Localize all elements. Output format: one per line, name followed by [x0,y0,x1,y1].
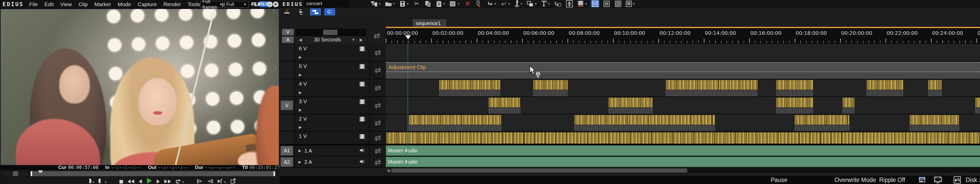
sync-lock-column[interactable]: ⇄ [370,157,386,167]
sync-lock-column[interactable]: ⇄ [370,146,386,156]
track-header-a1[interactable]: A1▶1 A⇄ [280,146,386,157]
new-sequence-button[interactable]: ▼ [370,0,381,7]
speaker-icon[interactable] [359,148,365,154]
patch-button-v[interactable]: V [280,101,293,110]
add-to-timeline-button[interactable]: ▼ [449,0,460,7]
track-label-area[interactable]: 3 V▶ [295,97,370,114]
video-clip-mixer-band[interactable] [574,125,715,131]
chevron-down-icon[interactable]: ▼ [442,2,445,6]
overview-scroll-handle[interactable] [323,30,337,35]
bin-window-button[interactable] [591,0,599,7]
video-clip-mixer-band[interactable] [408,125,501,131]
shuttle-control[interactable] [2,171,30,176]
chevron-down-icon[interactable]: ▼ [585,2,588,6]
timeline-ruler[interactable]: 00:00:00:0000:02:00:0000:04:00:0000:06:0… [386,27,980,44]
video-clip-mixer-band[interactable] [608,107,653,114]
copy-button[interactable] [424,0,432,7]
video-track-icon[interactable] [359,64,366,70]
menu-item-mode[interactable]: Mode [115,1,135,7]
video-track-icon[interactable] [359,99,366,106]
audio-clip[interactable]: Master Audio [386,146,980,156]
video-track-icon[interactable] [359,134,366,140]
shuttle-right-zone[interactable] [18,171,29,176]
minimize-button[interactable]: – [267,2,272,7]
video-clip[interactable] [386,132,980,144]
sync-lock-column[interactable]: ⇄ [370,62,386,79]
adjustment-clip-mixer-band[interactable] [386,72,980,79]
clip-mode-button[interactable]: C: [325,8,335,15]
chevron-down-icon[interactable]: ▼ [508,2,511,6]
track-header-3v[interactable]: V3 V▶⇄ [280,97,386,114]
video-clip-mixer-band[interactable] [975,107,980,114]
fast-forward-button[interactable] [164,178,172,184]
video-clip[interactable] [665,80,758,90]
sequence-settings-button[interactable]: ▼ [625,0,635,7]
sync-lock-button[interactable] [310,8,321,15]
video-clip[interactable] [608,98,653,107]
chevron-down-icon[interactable]: ▼ [350,38,357,42]
expand-track-arrow[interactable]: ▶ [299,90,302,95]
playhead-handle[interactable] [405,35,411,39]
video-clip[interactable] [574,115,715,125]
sync-lock-column[interactable]: ⇄ [370,44,386,61]
video-clip-mixer-band[interactable] [665,90,758,96]
next-frame-button[interactable] [156,178,160,184]
expand-track-arrow[interactable]: ▶ [298,149,301,153]
play-button[interactable] [146,178,153,184]
track-label-area[interactable]: 4 V▶ [295,79,370,96]
video-clip[interactable] [975,98,980,107]
track-label-area[interactable]: 6 V▶ [295,44,370,61]
previous-frame-button[interactable] [138,178,142,184]
track-header-5v[interactable]: 5 V▶⇄ [280,62,386,79]
patch-button-a1[interactable]: A1 [280,146,293,156]
video-clip[interactable] [776,80,813,90]
cut-button[interactable]: ✂ [413,0,421,7]
menu-item-marker[interactable]: Marker [91,1,115,7]
position-seekbar[interactable] [30,171,275,176]
video-clip-mixer-band[interactable] [866,90,904,96]
video-track-icon[interactable] [359,116,366,123]
video-clip[interactable] [909,115,959,125]
timeline-overview-scrollbox[interactable] [296,29,366,36]
timeline-tracks-area[interactable]: Adjustment ClipMaster AudioMaster Audio [386,44,980,168]
chevron-down-icon[interactable]: ▼ [406,2,409,6]
close-button[interactable]: ✕ [273,2,278,7]
set-in-point-button[interactable]: ▼ [86,178,95,184]
scroll-left-button[interactable]: ◀ [386,168,391,173]
track-label-area[interactable]: 2 V▶ [295,114,370,131]
scrollbar-handle[interactable] [391,168,687,173]
video-clip[interactable] [488,98,520,107]
chevron-down-icon[interactable]: ▼ [182,181,185,184]
export-button[interactable]: ▼ [577,0,588,7]
video-clip-mixer-band[interactable] [776,90,813,96]
loop-playback-button[interactable]: ▼ [175,178,185,184]
timescale-decrease-button[interactable]: ◀ [296,38,305,42]
video-clip-mixer-band[interactable] [794,125,850,131]
video-clip-mixer-band[interactable] [928,90,942,96]
track-lane-4v[interactable] [386,79,980,97]
track-label-area[interactable]: ▶2 A [295,157,370,167]
chevron-down-icon[interactable]: ▼ [534,2,537,6]
ripple-delete-button[interactable] [475,0,483,7]
video-clip[interactable] [408,115,501,125]
audio-mixer-button[interactable] [603,0,611,7]
stop-button[interactable] [119,178,124,184]
ripple-sync-icon[interactable]: ⇄ [369,31,385,40]
track-lane-1v[interactable] [386,131,980,144]
video-clip[interactable] [439,80,501,90]
chevron-down-icon[interactable]: ▼ [494,2,497,6]
video-clip-mixer-band[interactable] [909,125,959,131]
menu-item-clip[interactable]: Clip [75,1,91,7]
track-header-1v[interactable]: 1 V⇄ [280,131,386,144]
save-project-button[interactable]: ▼ [399,0,409,7]
video-clip-mixer-band[interactable] [533,90,568,96]
shuttle-left-zone[interactable] [2,171,13,176]
transfer-playback-icon[interactable] [953,176,961,184]
chevron-down-icon[interactable]: ▼ [393,2,396,6]
video-track-icon[interactable] [359,46,366,53]
chevron-down-icon[interactable]: ▼ [547,2,550,6]
edit-mode-label[interactable]: Overwrite Mode [835,177,876,184]
redo-button[interactable]: ▼ [500,0,511,7]
chevron-down-icon[interactable]: ▼ [104,181,107,184]
expand-track-arrow[interactable]: ▶ [299,107,302,112]
